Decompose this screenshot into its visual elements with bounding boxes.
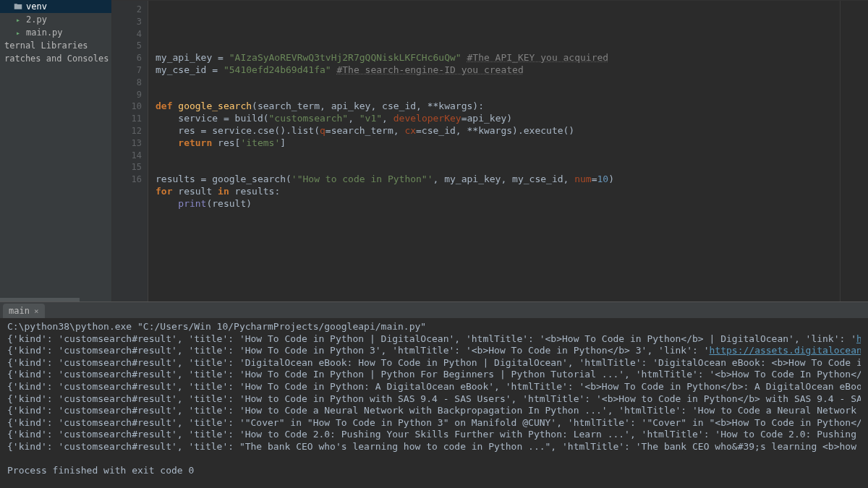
tree-item-ternal-libraries[interactable]: ternal Libraries: [0, 39, 111, 52]
tree-item-label: venv: [26, 1, 47, 12]
close-icon[interactable]: ×: [34, 307, 39, 316]
tree-item-venv[interactable]: venv: [0, 0, 111, 13]
line-gutter: 2345678910111213141516: [112, 1, 148, 301]
tree-item-2-py[interactable]: ▸2.py: [0, 13, 111, 26]
tree-item-label: 2.py: [26, 14, 47, 25]
run-panel: main × C:\python38\python.exe "C:/Users/…: [0, 301, 868, 488]
tree-item-label: ratches and Consoles: [4, 53, 109, 64]
tree-item-label: main.py: [26, 27, 63, 38]
tree-item-label: ternal Libraries: [4, 40, 88, 51]
output-link[interactable]: https://www.digitalocean.com/community/t…: [856, 333, 861, 344]
run-tab-main[interactable]: main ×: [3, 304, 45, 318]
editor-area: 2345678910111213141516 my_api_key = "AIz…: [112, 0, 868, 301]
output-link[interactable]: https://assets.digitalocean.com/books/py…: [710, 345, 861, 356]
right-margin-guide: [840, 1, 841, 301]
python-file-icon: ▸: [13, 14, 23, 25]
tree-item-ratches-and-consoles[interactable]: ratches and Consoles: [0, 52, 111, 65]
tree-item-main-py[interactable]: ▸main.py: [0, 26, 111, 39]
code-editor[interactable]: 2345678910111213141516 my_api_key = "AIz…: [112, 0, 868, 301]
project-sidebar[interactable]: venv▸2.py▸main.pyternal Librariesratches…: [0, 0, 112, 301]
folder-icon: [13, 1, 23, 12]
code-content[interactable]: my_api_key = "AIzaSyAoREVRwQ3tvHj2R7gQQN…: [148, 1, 868, 301]
run-output[interactable]: C:\python38\python.exe "C:/Users/Win 10/…: [0, 318, 868, 488]
run-tab-label: main: [9, 306, 30, 316]
python-file-icon: ▸: [13, 27, 23, 38]
run-tab-bar[interactable]: main ×: [0, 302, 868, 318]
